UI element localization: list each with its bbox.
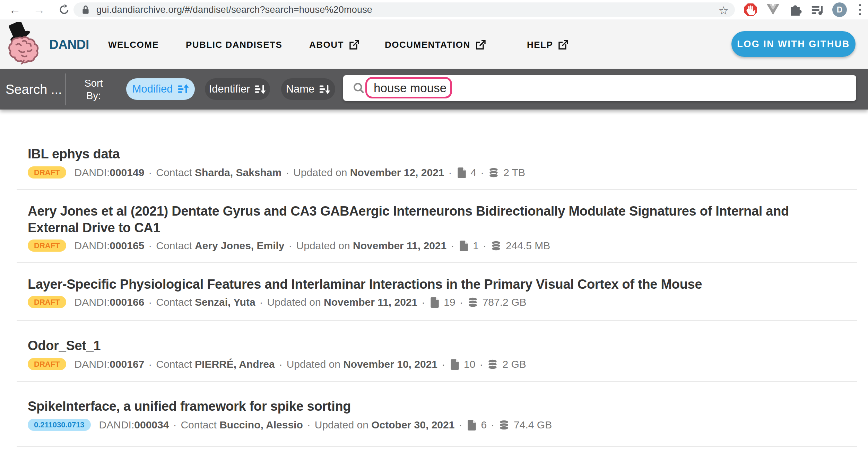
search-input[interactable]: house mouse [343,75,856,101]
url-text: gui.dandiarchive.org/#/dandiset/search?s… [96,5,372,15]
brand-title[interactable]: DANDI [49,37,89,52]
row-divider [17,189,857,190]
result-title[interactable]: IBL ephys data [28,146,835,162]
sort-descending-icon [319,83,330,95]
result-meta: DRAFT DANDI:000149 · Contact Sharda, Sak… [28,166,525,179]
result-meta: DRAFT DANDI:000165 · Contact Aery Jones,… [28,240,550,252]
vue-devtools-icon[interactable] [765,2,781,17]
refresh-icon[interactable] [56,0,72,19]
database-icon [491,240,502,251]
file-icon [429,296,440,308]
dandi-search-page: ← → gui.dandiarchive.org/#/dandiset/sear… [0,0,868,461]
result-row[interactable]: Aery Jones et al (2021) Dentate Gyrus an… [28,203,857,236]
external-link-icon [475,40,486,50]
file-icon [456,167,467,179]
external-link-icon [349,40,359,50]
result-meta: DRAFT DANDI:000166 · Contact Senzai, Yut… [28,296,526,308]
browser-avatar[interactable]: D [832,2,847,17]
dandi-brain-logo[interactable] [6,22,44,67]
sort-by-label: Sort By: [78,69,110,110]
file-icon [466,419,477,431]
extensions-puzzle-icon[interactable] [788,2,803,17]
nav-documentation[interactable]: DOCUMENTATION [385,40,486,50]
sort-ascending-icon [177,83,189,95]
vertical-divider [65,73,66,105]
database-icon [488,167,499,178]
bookmark-star-icon[interactable]: ☆ [718,4,729,17]
adblock-icon[interactable] [743,2,758,17]
sort-chip-name[interactable]: Name [281,78,335,100]
search-sort-bar: Search ... Sort By: Modified Identifier … [0,69,868,110]
nav-help[interactable]: HELP [527,40,568,50]
pink-highlight-annotation [365,77,452,98]
row-divider [17,320,857,321]
file-icon [449,358,460,370]
sort-descending-icon [254,83,266,95]
result-title[interactable]: SpikeInterface, a unified framework for … [28,398,835,415]
status-badge: DRAFT [28,296,66,308]
result-title[interactable]: Layer-Specific Physiological Features an… [28,276,835,293]
login-github-button[interactable]: LOG IN WITH GITHUB [731,31,856,57]
site-header: DANDI WELCOME PUBLIC DANDISETS ABOUT DOC… [0,20,868,69]
result-title[interactable]: Odor_Set_1 [28,337,835,354]
lock-icon [81,5,90,15]
nav-about[interactable]: ABOUT [309,40,359,50]
nav-welcome[interactable]: WELCOME [108,40,159,50]
sort-chip-identifier[interactable]: Identifier [205,78,270,100]
row-divider [17,446,857,447]
row-divider [17,262,857,263]
external-link-icon [558,40,568,50]
status-badge: DRAFT [28,358,66,370]
database-icon [498,419,510,430]
result-row[interactable]: Odor_Set_1 DRAFT DANDI:000167 · Contact … [28,337,857,354]
result-title[interactable]: Aery Jones et al (2021) Dentate Gyrus an… [28,203,835,236]
forward-icon[interactable]: → [31,0,47,19]
file-icon [458,240,469,252]
row-divider [17,381,857,382]
result-row[interactable]: Layer-Specific Physiological Features an… [28,276,857,293]
result-row[interactable]: SpikeInterface, a unified framework for … [28,398,857,415]
result-row[interactable]: IBL ephys data DRAFT DANDI:000149 · Cont… [28,146,857,162]
status-badge: DRAFT [28,166,66,179]
result-meta: 0.211030.0713 DANDI:000034 · Contact Buc… [28,419,552,431]
playlist-icon[interactable] [810,2,825,17]
result-meta: DRAFT DANDI:000167 · Contact PIERRÉ, And… [28,358,526,370]
database-icon [487,359,498,370]
back-icon[interactable]: ← [7,0,23,19]
search-label: Search ... [6,69,62,110]
browser-chrome: ← → gui.dandiarchive.org/#/dandiset/sear… [0,0,868,19]
nav-public-dandisets[interactable]: PUBLIC DANDISETS [186,40,282,50]
status-badge: DRAFT [28,240,66,252]
browser-menu-icon[interactable] [858,4,862,15]
version-badge: 0.211030.0713 [28,419,91,431]
sort-chip-modified[interactable]: Modified [126,78,195,100]
database-icon [467,297,478,308]
search-icon [352,81,365,95]
url-bar[interactable]: gui.dandiarchive.org/#/dandiset/search?s… [73,2,735,17]
